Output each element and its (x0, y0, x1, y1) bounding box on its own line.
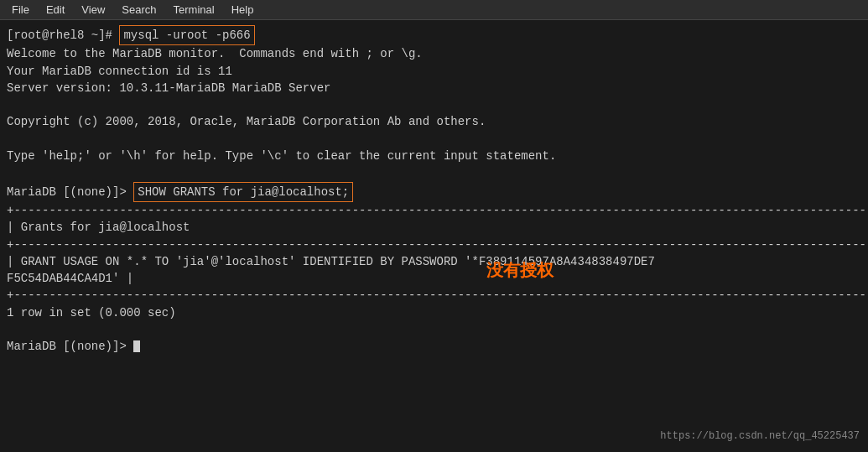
menu-edit[interactable]: Edit (38, 2, 73, 18)
mariadb-prompt: MariaDB [(none)]> (7, 184, 133, 200)
table-data-2: F5C54DAB44CA4D1' | (7, 270, 861, 287)
terminal-blank-2 (7, 131, 861, 148)
table-header: | Grants for jia@localhost | (7, 219, 861, 236)
shell-prompt: [root@rhel8 ~]# (7, 27, 119, 44)
terminal-blank-4 (7, 321, 861, 338)
sql-command: SHOW GRANTS for jia@localhost; (133, 182, 353, 202)
terminal-blank-3 (7, 164, 861, 181)
terminal-line-5: Copyright (c) 2000, 2018, Oracle, MariaD… (7, 113, 861, 130)
terminal-line-3: Your MariaDB connection id is 11 (7, 63, 861, 80)
shell-command: mysql -uroot -p666 (119, 25, 254, 45)
mariadb-prompt-final: MariaDB [(none)]> (7, 338, 133, 355)
table-data-1: | GRANT USAGE ON *.* TO 'jia'@'localhost… (7, 253, 861, 270)
terminal-blank-1 (7, 96, 861, 113)
menu-view[interactable]: View (73, 2, 113, 18)
terminal-line-2: Welcome to the MariaDB monitor. Commands… (7, 45, 861, 62)
terminal-line-4: Server version: 10.3.11-MariaDB MariaDB … (7, 80, 861, 96)
menu-file[interactable]: File (3, 2, 38, 18)
cursor-block (133, 340, 140, 352)
terminal-line-1: [root@rhel8 ~]# mysql -uroot -p666 (7, 25, 861, 45)
chinese-annotation: 没有授权 (486, 259, 554, 282)
result-count: 1 row in set (0.000 sec) (7, 304, 861, 321)
table-separator-bottom: +---------------------------------------… (7, 287, 861, 304)
terminal-final-prompt: MariaDB [(none)]> (7, 338, 861, 355)
table-separator-top: +---------------------------------------… (7, 202, 861, 219)
table-separator-mid: +---------------------------------------… (7, 236, 861, 253)
terminal-sql-prompt: MariaDB [(none)]> SHOW GRANTS for jia@lo… (7, 182, 861, 202)
url-watermark: https://blog.csdn.net/qq_45225437 (660, 430, 860, 442)
terminal-line-6: Type 'help;' or '\h' for help. Type '\c'… (7, 148, 861, 164)
terminal[interactable]: [root@rhel8 ~]# mysql -uroot -p666 Welco… (0, 20, 868, 452)
menu-help[interactable]: Help (223, 2, 262, 18)
menu-terminal[interactable]: Terminal (165, 2, 223, 18)
menu-search[interactable]: Search (113, 2, 164, 18)
menubar: File Edit View Search Terminal Help (0, 0, 868, 20)
